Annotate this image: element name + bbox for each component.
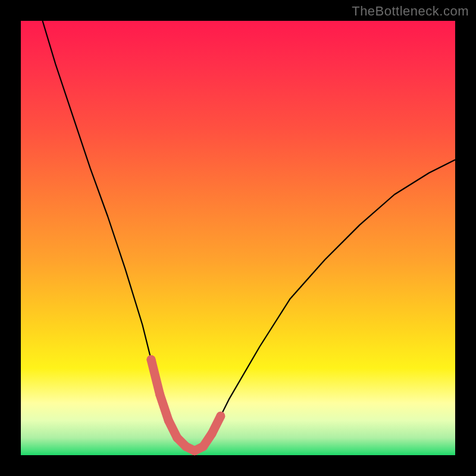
optimal-zone-highlight [147,355,226,451]
chart-frame: TheBottleneck.com [0,0,476,476]
optimal-endpoint [147,355,156,364]
watermark-text: TheBottleneck.com [352,4,469,19]
plot-area [21,21,455,455]
optimal-endpoint [216,412,225,421]
bottleneck-curve [43,21,456,451]
optimal-seg [151,359,160,394]
plot-svg [21,21,455,455]
